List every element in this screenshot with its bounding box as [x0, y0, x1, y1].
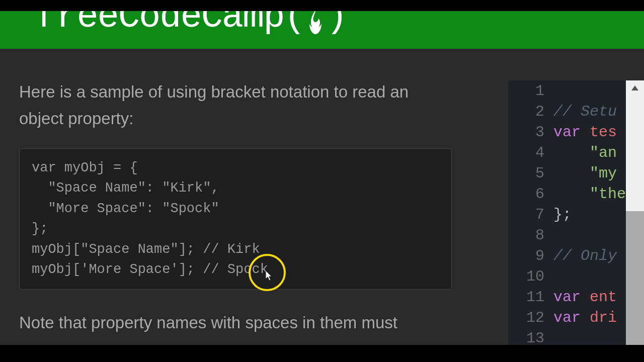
- editor-line[interactable]: 4 "an e: [508, 142, 644, 163]
- editor-line[interactable]: 9// Only: [508, 245, 644, 266]
- letterbox-bottom: [0, 345, 644, 362]
- scroll-track[interactable]: [626, 96, 644, 211]
- line-number: 10: [508, 268, 553, 285]
- editor-line[interactable]: 8: [508, 225, 644, 245]
- editor-line[interactable]: 11var ent: [508, 287, 644, 307]
- line-number: 9: [508, 247, 553, 264]
- lesson-intro-text: Here is a sample of using bracket notati…: [19, 79, 452, 132]
- line-number: 6: [508, 186, 553, 203]
- editor-line[interactable]: 6 "the: [508, 184, 644, 204]
- code-sample-text: var myObj = { "Space Name": "Kirk", "Mor…: [32, 158, 439, 280]
- editor-line[interactable]: 3var tes: [508, 122, 644, 142]
- line-number: 11: [508, 289, 553, 306]
- editor-line[interactable]: 7};: [508, 204, 644, 225]
- line-code[interactable]: var tes: [553, 124, 617, 141]
- line-number: 8: [508, 227, 553, 244]
- editor-line[interactable]: 5 "my s: [508, 163, 644, 184]
- scroll-up-button[interactable]: [626, 80, 644, 96]
- line-code[interactable]: var ent: [553, 289, 617, 306]
- letterbox-top: [0, 0, 644, 11]
- lesson-scroll-content: Here is a sample of using bracket notati…: [19, 79, 452, 362]
- line-number: 7: [508, 206, 553, 223]
- code-sample-block: var myObj = { "Space Name": "Kirk", "Mor…: [19, 148, 452, 290]
- lesson-followup-text: Note that property names with spaces in …: [19, 310, 452, 336]
- line-number: 5: [508, 165, 553, 182]
- scroll-thumb[interactable]: [626, 211, 644, 345]
- line-code[interactable]: var dri: [553, 309, 617, 326]
- line-code[interactable]: // Setu: [553, 103, 617, 120]
- line-number: 1: [508, 82, 553, 100]
- line-number: 3: [508, 124, 553, 141]
- lesson-panel: Here is a sample of using bracket notati…: [0, 49, 471, 362]
- line-code[interactable]: "the: [553, 186, 635, 203]
- line-number: 12: [508, 309, 553, 326]
- line-code[interactable]: // Only: [553, 247, 617, 264]
- editor-line[interactable]: 1: [508, 80, 644, 101]
- editor-line[interactable]: 12var dri: [508, 307, 644, 328]
- panel-divider: [471, 49, 508, 345]
- lesson-scrollbar[interactable]: [626, 80, 644, 345]
- line-number: 4: [508, 144, 553, 161]
- line-code[interactable]: "my s: [553, 165, 635, 182]
- editor-line[interactable]: 10: [508, 266, 644, 287]
- line-number: 2: [508, 103, 553, 120]
- line-code[interactable]: };: [553, 206, 572, 223]
- code-editor[interactable]: 12// Setu3var tes4 "an e5 "my s6 "the 7}…: [508, 80, 644, 345]
- line-code[interactable]: "an e: [553, 144, 635, 161]
- line-number: 13: [508, 330, 553, 347]
- editor-line[interactable]: 2// Setu: [508, 101, 644, 122]
